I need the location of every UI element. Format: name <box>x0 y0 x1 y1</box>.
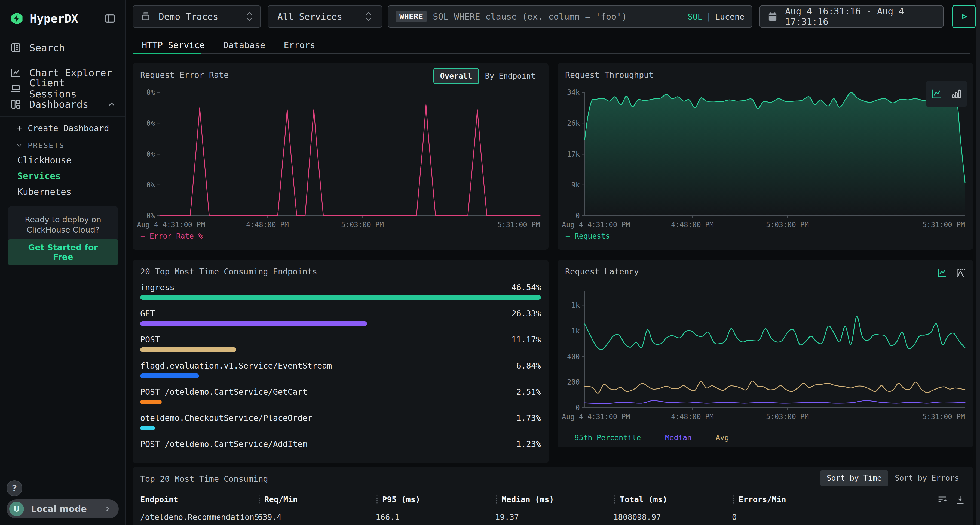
promo-line1: Ready to deploy on <box>8 214 118 225</box>
sidebar-item-search[interactable]: Search <box>0 40 126 56</box>
svg-text:Aug 4 4:31:00 PM: Aug 4 4:31:00 PM <box>562 412 630 421</box>
endpoint-label: POST <box>140 335 160 344</box>
svg-text:5:31:00 PM: 5:31:00 PM <box>497 220 540 229</box>
svg-text:Aug 4 4:31:00 PM: Aug 4 4:31:00 PM <box>137 220 205 229</box>
source-select[interactable]: Demo Traces <box>132 5 261 28</box>
presets-toggle[interactable]: PRESETS <box>0 139 126 151</box>
row-wrap-icon[interactable] <box>937 494 948 505</box>
by-endpoint-toggle-button[interactable]: By Endpoint <box>479 69 541 83</box>
svg-text:4:48:00 PM: 4:48:00 PM <box>671 412 714 421</box>
sidebar-divider <box>0 60 126 60</box>
sidebar-item-kubernetes[interactable]: Kubernetes <box>0 185 126 198</box>
error-rate-legend: — Error Rate % <box>141 232 203 240</box>
endpoint-percent: 26.33% <box>512 309 541 318</box>
cell-errors-min: 0 <box>732 512 966 522</box>
user-menu[interactable]: U Local mode <box>6 500 119 519</box>
calendar-icon <box>767 11 778 22</box>
logo-row: HyperDX <box>0 0 126 25</box>
column-grip-icon[interactable] <box>732 495 735 504</box>
sidebar-item-services[interactable]: Services <box>0 169 126 183</box>
svg-text:0%: 0% <box>146 150 155 158</box>
top-endpoints-card: 20 Top Most Time Consuming Endpoints ing… <box>132 260 549 463</box>
sidebar-item-client-sessions[interactable]: Client Sessions <box>0 81 126 96</box>
live-tail-button[interactable] <box>952 5 976 28</box>
sidebar-item-label: Client Sessions <box>29 77 116 100</box>
table-sort-toggle: Sort by Time Sort by Errors <box>820 470 966 486</box>
search-input[interactable]: WHERE SQL WHERE clause (ex. column = 'fo… <box>388 5 752 28</box>
cell-p95: 166.1 <box>375 512 495 522</box>
histogram-icon[interactable] <box>955 267 967 279</box>
column-grip-icon[interactable] <box>495 495 498 504</box>
endpoint-row[interactable]: POST /oteldemo.CartService/GetCart2.51% <box>140 387 541 412</box>
svg-text:0%: 0% <box>146 212 155 220</box>
svg-text:0%: 0% <box>146 89 155 97</box>
time-range-picker[interactable]: Aug 4 16:31:16 - Aug 4 17:31:16 <box>759 5 943 28</box>
latency-chart[interactable]: 02004001k1kAug 4 4:31:00 PM4:48:00 PM5:0… <box>560 287 969 423</box>
column-grip-icon[interactable] <box>613 495 616 504</box>
svg-text:5:03:00 PM: 5:03:00 PM <box>766 412 809 421</box>
endpoint-row[interactable]: GET26.33% <box>140 308 541 334</box>
endpoint-row[interactable]: POST /oteldemo.CartService/AddItem1.23% <box>140 439 541 463</box>
endpoint-percent: 1.73% <box>516 413 541 423</box>
svg-text:Aug 4 4:31:00 PM: Aug 4 4:31:00 PM <box>562 220 630 229</box>
column-header-endpoint[interactable]: Endpoint <box>140 495 258 504</box>
preset-label: Services <box>18 171 61 181</box>
svg-text:1k: 1k <box>571 301 580 309</box>
create-dashboard-button[interactable]: Create Dashboard <box>0 121 126 135</box>
search-journal-icon <box>10 41 22 54</box>
sidebar-item-dashboards[interactable]: Dashboards <box>0 96 126 112</box>
select-chevrons-icon <box>245 11 253 22</box>
overall-toggle-button[interactable]: Overall <box>433 68 479 84</box>
endpoint-percent: 2.51% <box>516 387 541 397</box>
tab-errors[interactable]: Errors <box>274 38 325 52</box>
time-range-value: Aug 4 16:31:16 - Aug 4 17:31:16 <box>785 6 936 27</box>
cell-median: 19.37 <box>495 512 613 522</box>
endpoint-row[interactable]: oteldemo.CheckoutService/PlaceOrder1.73% <box>140 412 541 439</box>
sidebar-collapse-button[interactable] <box>104 12 116 25</box>
get-started-button[interactable]: Get Started for Free <box>8 240 118 265</box>
service-select[interactable]: All Services <box>267 5 382 28</box>
card-title: Request Latency <box>565 267 639 276</box>
line-chart-icon[interactable] <box>931 87 943 100</box>
table-row[interactable]: /oteldemo.RecommendationServ 639.4 166.1… <box>140 511 966 523</box>
sort-by-time-button[interactable]: Sort by Time <box>820 470 888 486</box>
dashboards-grid-icon <box>10 98 22 110</box>
help-button[interactable]: ? <box>6 481 22 496</box>
sql-mode-toggle[interactable]: SQL <box>687 12 702 22</box>
tabs-underline <box>200 52 970 54</box>
throughput-chart[interactable]: 09k17k26k34kAug 4 4:31:00 PM4:48:00 PM5:… <box>560 88 969 231</box>
tab-database[interactable]: Database <box>214 38 274 52</box>
svg-text:4:48:00 PM: 4:48:00 PM <box>246 220 289 229</box>
tab-http-service[interactable]: HTTP Service <box>132 38 214 52</box>
download-icon[interactable] <box>955 494 966 505</box>
bar-chart-icon[interactable] <box>950 87 963 100</box>
throughput-legend: — Requests <box>566 232 610 240</box>
sort-by-errors-button[interactable]: Sort by Errors <box>888 470 966 486</box>
endpoint-percent: 6.84% <box>516 361 541 371</box>
card-title: Request Throughput <box>565 70 654 80</box>
legend-item: — Median <box>656 433 692 442</box>
endpoint-row[interactable]: POST11.17% <box>140 334 541 360</box>
card-title: 20 Top Most Time Consuming Endpoints <box>140 267 317 276</box>
column-grip-icon[interactable] <box>258 495 261 504</box>
chart-type-toolbar <box>926 81 967 107</box>
endpoint-row[interactable]: flagd.evaluation.v1.Service/EventStream6… <box>140 360 541 387</box>
chevron-up-icon <box>107 100 116 109</box>
request-latency-card: Request Latency 02004001k1kAug 4 4:31:00… <box>557 260 973 447</box>
sidebar-item-clickhouse[interactable]: ClickHouse <box>0 154 126 167</box>
column-header-median[interactable]: Median (ms) <box>495 495 613 504</box>
column-grip-icon[interactable] <box>375 495 379 504</box>
column-header-req-min[interactable]: Req/Min <box>258 495 375 504</box>
error-rate-chart[interactable]: 0%0%0%0%0%Aug 4 4:31:00 PM4:48:00 PM5:03… <box>135 88 544 231</box>
scrollbar[interactable] <box>977 0 980 525</box>
endpoint-bar <box>140 347 236 352</box>
line-chart-icon[interactable] <box>936 267 948 279</box>
column-header-p95[interactable]: P95 (ms) <box>375 495 495 504</box>
error-rate-view-toggle: Overall By Endpoint <box>433 68 541 84</box>
column-header-total[interactable]: Total (ms) <box>613 495 732 504</box>
endpoint-row[interactable]: ingress46.54% <box>140 282 541 308</box>
card-title: Request Error Rate <box>140 70 229 80</box>
column-header-errors-min[interactable]: Errors/Min <box>732 495 966 504</box>
lucene-mode-toggle[interactable]: Lucene <box>715 12 745 22</box>
main-content: Demo Traces All Services WHERE SQL WHERE… <box>126 0 980 525</box>
